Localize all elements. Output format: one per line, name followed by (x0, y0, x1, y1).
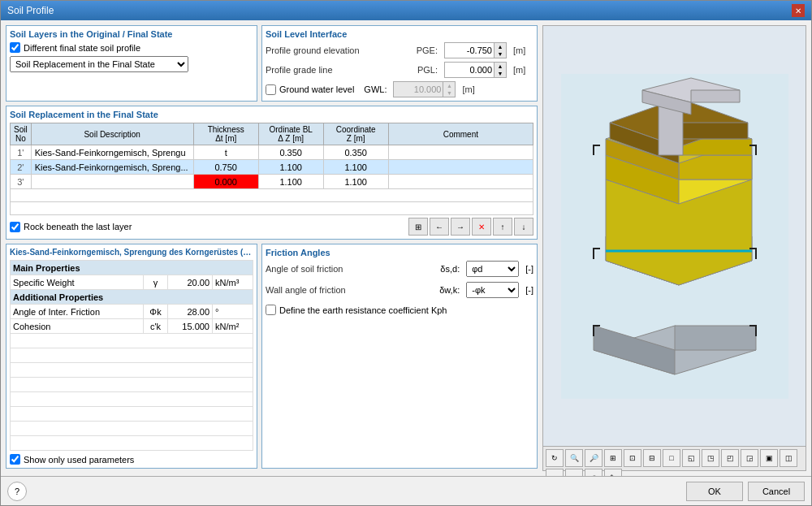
row2-desc: Kies-Sand-Feinkorngemisch, Spreng... (31, 160, 193, 175)
viz-btn-horiz[interactable]: ↔ (565, 469, 583, 476)
cohesion-row: Cohesion c'k 15.000 kN/m² (11, 319, 253, 334)
pge-input-wrap: -0.750 ▲ ▼ (444, 42, 507, 58)
row3-thickness-red: 0.000 (193, 175, 258, 189)
soil-replacement-dropdown[interactable]: Soil Replacement in the Final State (10, 56, 188, 72)
soil-replacement-title: Soil Replacement in the Final State (10, 110, 533, 119)
kph-checkbox[interactable] (266, 305, 276, 315)
pgl-label: Profile grade line (266, 65, 405, 75)
row2-coordinate: 1.100 (323, 160, 388, 175)
footer-left: ? (7, 482, 27, 501)
move-left-btn[interactable]: ← (430, 218, 449, 236)
soil-friction-label: Angle of soil friction (266, 264, 427, 274)
viz-btn-view4[interactable]: ◲ (741, 449, 758, 467)
dialog-title: Soil Profile (7, 5, 54, 16)
viz-btn-view2[interactable]: ◳ (702, 449, 719, 467)
viz-btn-fit[interactable]: ⊡ (624, 449, 641, 467)
sp-weight-label: Specific Weight (11, 275, 144, 290)
pgl-spin-up[interactable]: ▲ (495, 63, 506, 70)
move-down-btn[interactable]: ↓ (514, 218, 533, 236)
cohesion-label: Cohesion (11, 319, 144, 334)
sp-weight-unit: kN/m³ (213, 275, 253, 290)
svg-marker-24 (691, 90, 740, 102)
cohesion-sym: c'k (144, 319, 168, 334)
viz-toolbar: ↻ 🔍 🔎 ⊞ ⊡ ⊟ □ ◱ ◳ ◰ ◲ ▣ ◫ ↕ ↔ ↗ ✎ (543, 446, 806, 470)
props-table: Main Properties Specific Weight γ 20.00 … (10, 260, 253, 451)
pge-spin-down[interactable]: ▼ (495, 50, 506, 58)
viz-btn-view3[interactable]: ◰ (721, 449, 739, 467)
pgl-key: PGL: (408, 65, 441, 75)
viz-btn-view5[interactable]: ▣ (760, 449, 778, 467)
gwl-spin-up: ▲ (443, 82, 455, 89)
viz-btn-rotate[interactable]: ↻ (546, 449, 564, 467)
table-row[interactable]: 3' 0.000 1.100 1.100 (11, 175, 533, 189)
pge-label: Profile ground elevation (266, 45, 405, 55)
row3-coordinate: 1.100 (323, 175, 388, 189)
pgl-input-wrap: 0.000 ▲ ▼ (444, 62, 507, 78)
kph-label: Define the earth resistance coefficient … (279, 305, 447, 315)
delete-btn[interactable]: ✕ (472, 218, 491, 236)
row3-desc (31, 175, 193, 189)
pge-input[interactable]: -0.750 (445, 43, 494, 58)
pgl-spin-down[interactable]: ▼ (495, 70, 506, 77)
gwl-spinner: ▲ ▼ (443, 82, 455, 97)
gwl-label: Ground water level (279, 84, 354, 94)
different-final-state-checkbox[interactable] (10, 42, 20, 53)
footer-right: OK Cancel (686, 482, 805, 501)
viz-btn-box[interactable]: □ (663, 449, 680, 467)
pgl-unit: [m] (513, 65, 533, 75)
angle-unit: ° (213, 305, 253, 319)
soil-profile-dialog: Soil Profile ✕ Soil Layers in the Origin… (0, 0, 812, 506)
row2-no: 2' (11, 160, 32, 175)
viz-btn-cursor[interactable]: ✎ (604, 469, 622, 476)
gwl-key: GWL: (364, 84, 387, 94)
soil-layers-title: Soil Layers in the Original / Final Stat… (10, 29, 253, 39)
wall-friction-sym: δw,k: (430, 285, 463, 295)
close-button[interactable]: ✕ (792, 4, 805, 17)
gwl-input-wrap: ▲ ▼ (393, 81, 456, 97)
gwl-checkbox[interactable] (266, 84, 276, 95)
dialog-footer: ? OK Cancel (1, 476, 811, 505)
table-row[interactable]: 1' Kies-Sand-Feinkorngemisch, Sprengu t … (11, 145, 533, 160)
pge-spin-up[interactable]: ▲ (495, 43, 506, 50)
main-header-cell: Main Properties (11, 261, 253, 275)
wall-friction-select[interactable]: -φk (466, 282, 519, 298)
right-panel: ↻ 🔍 🔎 ⊞ ⊡ ⊟ □ ◱ ◳ ◰ ◲ ▣ ◫ ↕ ↔ ↗ ✎ (542, 25, 806, 471)
soil-friction-unit: [-] (525, 264, 533, 274)
table-row-empty (11, 202, 533, 215)
empty-row7 (11, 422, 253, 436)
empty-row6 (11, 407, 253, 422)
soil-replacement-dropdown-row: Soil Replacement in the Final State (10, 56, 253, 72)
svg-marker-3 (675, 326, 756, 350)
angle-sym: Φk (144, 305, 168, 319)
viz-btn-view1[interactable]: ◱ (682, 449, 700, 467)
viz-btn-zoom-out[interactable]: 🔎 (585, 449, 603, 467)
viz-btn-vert[interactable]: ↕ (546, 469, 564, 476)
add-layer-btn[interactable]: ⊞ (408, 218, 428, 236)
table-row[interactable]: 2' Kies-Sand-Feinkorngemisch, Spreng... … (11, 160, 533, 175)
tool-row: Rock beneath the last layer ⊞ ← → ✕ ↑ ↓ (10, 218, 533, 236)
top-row: Soil Layers in the Original / Final Stat… (6, 25, 538, 102)
cancel-button[interactable]: Cancel (748, 482, 805, 501)
rock-checkbox[interactable] (10, 222, 20, 232)
move-right-btn[interactable]: → (451, 218, 470, 236)
show-params-checkbox[interactable] (10, 454, 20, 465)
viz-btn-zoom-in[interactable]: 🔍 (565, 449, 583, 467)
viz-btn-arrow[interactable]: ↗ (585, 469, 603, 476)
pge-row: Profile ground elevation PGE: -0.750 ▲ ▼… (266, 42, 533, 58)
kph-row: Define the earth resistance coefficient … (266, 305, 533, 315)
viz-3d (543, 26, 806, 446)
svg-marker-17 (679, 123, 748, 139)
move-up-btn[interactable]: ↑ (493, 218, 512, 236)
viz-btn-grid[interactable]: ⊞ (604, 449, 622, 467)
cohesion-unit: kN/m² (213, 319, 253, 334)
soil-friction-select[interactable]: φd (466, 261, 519, 277)
empty-row3 (11, 363, 253, 378)
viz-btn-minus[interactable]: ⊟ (643, 449, 661, 467)
row1-desc: Kies-Sand-Feinkorngemisch, Sprengu (31, 145, 193, 160)
help-button[interactable]: ? (7, 482, 27, 501)
ok-button[interactable]: OK (686, 482, 743, 501)
viz-btn-view6[interactable]: ◫ (780, 449, 797, 467)
col-description: Soil Description (31, 123, 193, 145)
empty-row8 (11, 436, 253, 451)
pgl-input[interactable]: 0.000 (445, 63, 494, 77)
